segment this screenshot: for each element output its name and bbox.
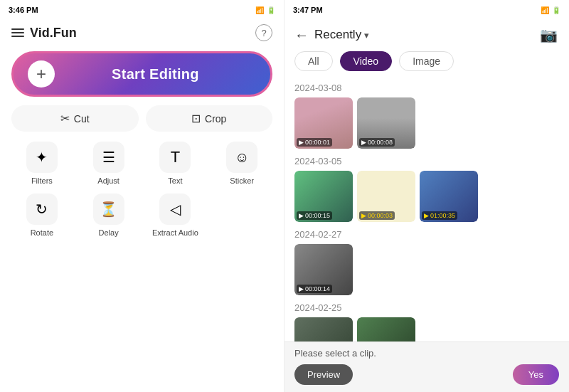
start-editing-label: Start Editing	[55, 66, 256, 83]
chevron-down-icon: ▾	[364, 30, 369, 41]
sticker-label: Sticker	[230, 176, 254, 185]
help-button[interactable]: ?	[255, 24, 272, 41]
duration-v1: ▶00:00:01	[297, 138, 332, 147]
status-bar-left: 3:46 PM 📶 🔋	[0, 0, 284, 20]
yes-button[interactable]: Yes	[513, 364, 559, 385]
media-thumb-v4[interactable]: ▶00:00:03	[357, 171, 415, 222]
crop-icon: ⊡	[191, 112, 201, 125]
bottom-bar: Please select a clip. Preview Yes	[284, 341, 569, 392]
duration-v2: ▶00:00:08	[359, 138, 395, 147]
filters-label: Filters	[31, 176, 53, 185]
adjust-feature[interactable]: ☰ Adjust	[78, 142, 139, 185]
duration-v6: ▶00:00:14	[297, 285, 332, 293]
time-right: 3:47 PM	[293, 6, 323, 14]
text-feature[interactable]: T Text	[145, 142, 206, 185]
status-icons-right: 📶 🔋	[541, 6, 560, 14]
placeholder-feature	[211, 194, 272, 237]
tab-all[interactable]: All	[294, 51, 333, 71]
right-panel: 3:47 PM 📶 🔋 ← Recently ▾ 📷 All Video Ima…	[284, 0, 569, 392]
media-thumb-v7[interactable]	[294, 317, 353, 341]
filters-feature[interactable]: ✦ Filters	[11, 142, 73, 185]
delay-label: Delay	[99, 228, 119, 237]
duration-v4: ▶00:00:03	[359, 211, 395, 220]
rotate-label: Rotate	[31, 228, 53, 237]
recently-label: Recently	[314, 28, 361, 42]
cut-label: Cut	[74, 113, 90, 125]
filters-icon: ✦	[26, 142, 58, 173]
rotate-feature[interactable]: ↻ Rotate	[11, 194, 73, 237]
extract-audio-label: Extract Audio	[152, 228, 198, 237]
cut-button[interactable]: ✂ Cut	[11, 105, 139, 132]
media-thumb-v2[interactable]: ▶00:00:08	[357, 97, 415, 149]
adjust-icon: ☰	[93, 142, 124, 173]
plus-icon: +	[28, 60, 55, 88]
tools-row: ✂ Cut ⊡ Crop	[11, 105, 272, 132]
rotate-icon: ↻	[26, 194, 58, 225]
features-grid-row2: ↻ Rotate ⏳ Delay ◁ Extract Audio	[0, 188, 284, 240]
media-thumb-v3[interactable]: ▶00:00:15	[294, 171, 353, 222]
app-title: Vid.Fun	[30, 26, 255, 41]
crop-label: Crop	[205, 113, 226, 125]
features-grid-row1: ✦ Filters ☰ Adjust T Text ☺ Sticker	[0, 139, 284, 188]
media-scroll[interactable]: 2024-03-08 ▶00:00:01 ▶00:00:08	[284, 78, 569, 341]
camera-button[interactable]: 📷	[538, 24, 559, 46]
media-grid-4	[294, 317, 559, 341]
text-icon: T	[159, 142, 191, 173]
preview-button[interactable]: Preview	[294, 364, 353, 385]
date-label-4: 2024-02-25	[294, 302, 559, 313]
media-thumb-v1[interactable]: ▶00:00:01	[294, 97, 353, 149]
back-button[interactable]: ←	[294, 27, 309, 43]
tab-image[interactable]: Image	[399, 51, 454, 71]
date-label-1: 2024-03-08	[294, 83, 559, 93]
adjust-label: Adjust	[97, 176, 119, 185]
tab-video[interactable]: Video	[340, 51, 393, 71]
time-left: 3:46 PM	[9, 6, 38, 14]
hamburger-menu[interactable]	[11, 28, 24, 37]
delay-feature[interactable]: ⏳ Delay	[78, 194, 139, 237]
select-clip-text: Please select a clip.	[294, 348, 559, 359]
status-icons-left: 📶 🔋	[255, 6, 275, 14]
filter-tabs: All Video Image	[284, 51, 569, 78]
duration-v5: ▶01:00:35	[422, 211, 457, 220]
sticker-feature[interactable]: ☺ Sticker	[211, 142, 272, 185]
sticker-icon: ☺	[226, 142, 257, 173]
media-thumb-v6[interactable]: ▶00:00:14	[294, 244, 353, 295]
duration-v3: ▶00:00:15	[297, 211, 332, 220]
date-label-2: 2024-03-05	[294, 156, 559, 166]
status-bar-right: 3:47 PM 📶 🔋	[284, 0, 569, 20]
media-thumb-v8[interactable]	[357, 317, 415, 341]
text-label: Text	[168, 176, 182, 185]
extract-audio-feature[interactable]: ◁ Extract Audio	[145, 194, 206, 237]
media-grid-1: ▶00:00:01 ▶00:00:08	[294, 97, 559, 149]
media-thumb-v5[interactable]: ▶01:00:35	[420, 171, 478, 222]
media-grid-3: ▶00:00:14	[294, 244, 559, 295]
media-grid-2: ▶00:00:15 ▶00:00:03 ▶01:00:35	[294, 171, 559, 222]
recently-dropdown[interactable]: Recently ▾	[314, 28, 369, 42]
start-editing-button[interactable]: + Start Editing	[11, 51, 272, 97]
extract-audio-icon: ◁	[159, 194, 191, 225]
date-label-3: 2024-02-27	[294, 229, 559, 240]
left-panel: 3:46 PM 📶 🔋 Vid.Fun ? + Start Editing ✂ …	[0, 0, 284, 392]
cut-icon: ✂	[60, 112, 70, 125]
app-header: Vid.Fun ?	[0, 20, 284, 47]
delay-icon: ⏳	[93, 194, 124, 225]
media-header: ← Recently ▾ 📷	[284, 20, 569, 51]
bottom-actions: Preview Yes	[294, 364, 559, 385]
crop-button[interactable]: ⊡ Crop	[146, 105, 273, 132]
